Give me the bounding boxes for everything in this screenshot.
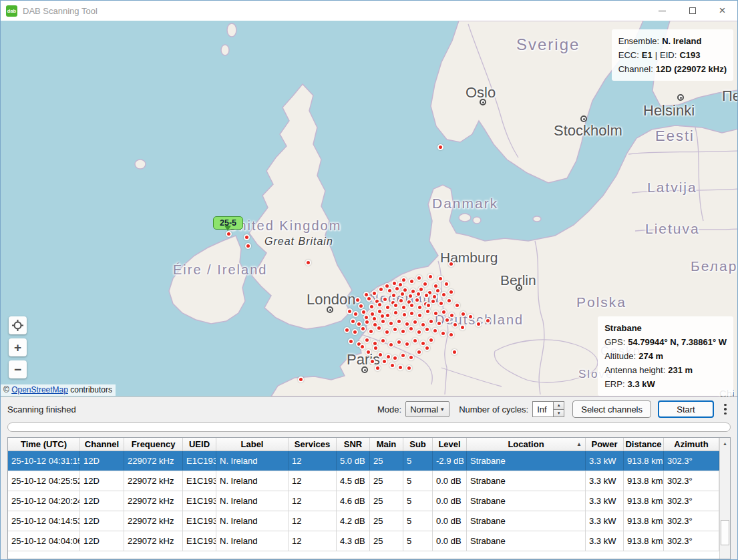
table-scrollbar[interactable]: ▲ bbox=[719, 438, 730, 559]
scan-point-dot[interactable] bbox=[425, 302, 431, 308]
scan-point-dot[interactable] bbox=[423, 292, 429, 298]
scan-point-dot[interactable] bbox=[368, 328, 374, 334]
scan-point-dot[interactable] bbox=[369, 304, 375, 310]
scan-point-dot[interactable] bbox=[396, 339, 402, 345]
scan-point-dot[interactable] bbox=[438, 300, 444, 306]
scan-point-dot[interactable] bbox=[407, 293, 413, 299]
zoom-out-button[interactable]: − bbox=[9, 360, 27, 378]
column-header-level[interactable]: Level bbox=[433, 438, 467, 451]
scan-point-dot[interactable] bbox=[381, 358, 387, 364]
scan-point-dot[interactable] bbox=[409, 302, 415, 308]
scan-point-dot[interactable] bbox=[364, 337, 370, 343]
scan-point-dot[interactable] bbox=[416, 275, 422, 281]
scan-point-dot[interactable] bbox=[352, 329, 358, 335]
scan-point-dot[interactable] bbox=[353, 311, 359, 317]
spin-up-button[interactable]: ▲ bbox=[554, 401, 564, 410]
scan-point-dot[interactable] bbox=[388, 320, 394, 326]
scan-point-dot[interactable] bbox=[436, 320, 442, 326]
scan-point-dot[interactable] bbox=[397, 364, 403, 370]
scan-point-dot[interactable] bbox=[373, 345, 379, 351]
scan-point-dot[interactable] bbox=[355, 297, 361, 303]
scroll-up-button[interactable]: ▲ bbox=[720, 438, 730, 449]
zoom-in-button[interactable]: + bbox=[9, 338, 27, 356]
start-button[interactable]: Start bbox=[658, 400, 714, 418]
scan-point-dot[interactable] bbox=[451, 349, 457, 355]
scan-point-dot[interactable] bbox=[371, 316, 377, 322]
scan-point-dot[interactable] bbox=[392, 355, 398, 361]
openstreetmap-link[interactable]: OpenStreetMap bbox=[11, 385, 68, 394]
scan-point-dot[interactable] bbox=[468, 314, 474, 320]
scan-point-dot[interactable] bbox=[389, 362, 395, 368]
scan-point-dot[interactable] bbox=[344, 327, 350, 333]
scan-point-dot[interactable] bbox=[298, 376, 304, 382]
column-header-distance[interactable]: Distance bbox=[624, 438, 664, 451]
scan-point-dot[interactable] bbox=[412, 338, 418, 344]
scan-point-dot[interactable] bbox=[384, 329, 390, 335]
scan-point-dot[interactable] bbox=[394, 286, 400, 292]
column-header-channel[interactable]: Channel bbox=[80, 438, 124, 451]
table-row[interactable]: 25-10-12 04:04:0612D229072 kHzE1C193N. I… bbox=[8, 531, 719, 551]
menu-button[interactable] bbox=[720, 404, 731, 415]
scan-point-dot[interactable] bbox=[377, 302, 383, 308]
scan-point-dot[interactable] bbox=[396, 318, 402, 324]
column-header-power[interactable]: Power bbox=[586, 438, 624, 451]
scan-point-dot[interactable] bbox=[388, 342, 394, 348]
scan-point-dot[interactable] bbox=[428, 318, 434, 324]
scan-point-dot[interactable] bbox=[448, 261, 454, 267]
cycles-spinner[interactable]: Inf ▲ ▼ bbox=[532, 401, 564, 417]
scan-point-dot[interactable] bbox=[448, 332, 454, 338]
scan-point-dot[interactable] bbox=[400, 352, 406, 358]
scan-point-dot[interactable] bbox=[358, 303, 364, 309]
scan-point-dot[interactable] bbox=[437, 144, 443, 150]
scan-point-dot[interactable] bbox=[452, 322, 458, 328]
scan-point-dot[interactable] bbox=[348, 338, 354, 344]
table-row[interactable]: 25-10-12 04:14:5312D229072 kHzE1C193N. I… bbox=[8, 511, 719, 531]
scan-point-dot[interactable] bbox=[244, 234, 250, 240]
table-header[interactable]: Time (UTC)ChannelFrequencyUEIDLabelServi… bbox=[8, 438, 719, 451]
scan-point-dot[interactable] bbox=[378, 286, 384, 292]
scan-point-dot[interactable] bbox=[414, 297, 420, 303]
scan-point-dot[interactable] bbox=[425, 308, 431, 314]
scan-point-dot[interactable] bbox=[446, 298, 452, 304]
scrollbar-thumb[interactable] bbox=[721, 520, 729, 545]
scan-point-dot[interactable] bbox=[415, 291, 421, 297]
scan-point-dot[interactable] bbox=[432, 328, 438, 334]
cycles-value[interactable]: Inf bbox=[532, 401, 554, 417]
scan-point-dot[interactable] bbox=[449, 312, 455, 318]
scan-point-dot[interactable] bbox=[404, 341, 410, 347]
locate-button[interactable] bbox=[9, 316, 27, 334]
scan-point-dot[interactable] bbox=[435, 288, 441, 294]
scan-point-dot[interactable] bbox=[385, 304, 391, 310]
scan-point-dot[interactable] bbox=[380, 318, 386, 324]
scan-point-dot[interactable] bbox=[424, 326, 430, 332]
scan-point-dot[interactable] bbox=[416, 349, 422, 355]
scan-point-dot[interactable] bbox=[364, 319, 370, 325]
column-header-label[interactable]: Label bbox=[216, 438, 289, 451]
scan-point-dot[interactable] bbox=[440, 330, 446, 336]
maximize-button[interactable] bbox=[677, 1, 707, 21]
scan-point-dot[interactable] bbox=[365, 349, 371, 355]
scan-point-dot[interactable] bbox=[398, 298, 404, 304]
scan-point-dot[interactable] bbox=[399, 291, 405, 297]
scan-point-dot[interactable] bbox=[305, 260, 311, 266]
scan-point-dot[interactable] bbox=[371, 290, 377, 296]
scan-point-dot[interactable] bbox=[441, 309, 447, 315]
scan-point-dot[interactable] bbox=[245, 243, 251, 249]
column-header-snr[interactable]: SNR bbox=[337, 438, 370, 451]
scan-point-dot[interactable] bbox=[347, 308, 353, 314]
column-header-time-utc-[interactable]: Time (UTC) bbox=[8, 438, 80, 451]
scan-point-dot[interactable] bbox=[416, 329, 422, 335]
scan-point-dot[interactable] bbox=[412, 319, 418, 325]
scan-point-dot[interactable] bbox=[360, 326, 366, 332]
scan-point-dot[interactable] bbox=[376, 325, 382, 331]
scan-point-dot[interactable] bbox=[444, 317, 450, 323]
scan-point-dot[interactable] bbox=[424, 345, 430, 351]
table-row[interactable]: 25-10-12 04:20:2412D229072 kHzE1C193N. I… bbox=[8, 491, 719, 511]
scan-point-dot[interactable] bbox=[375, 365, 381, 371]
scan-point-dot[interactable] bbox=[350, 318, 356, 324]
column-header-location[interactable]: Location▲ bbox=[467, 438, 586, 451]
scan-point-dot[interactable] bbox=[366, 296, 372, 302]
table-row[interactable]: 25-10-12 04:31:1512D229072 kHzE1C193N. I… bbox=[8, 451, 719, 471]
column-header-ueid[interactable]: UEID bbox=[183, 438, 216, 451]
scan-point-dot[interactable] bbox=[401, 304, 407, 310]
